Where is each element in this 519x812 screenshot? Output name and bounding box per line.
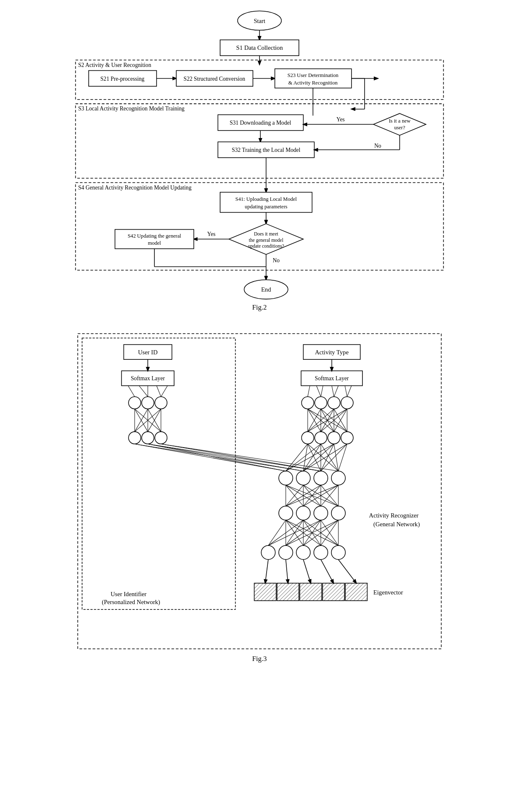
svg-line-151 [338, 444, 347, 471]
svg-rect-201 [345, 583, 367, 601]
svg-point-98 [341, 397, 353, 409]
svg-text:No: No [272, 257, 280, 264]
svg-point-106 [301, 431, 313, 443]
svg-line-187 [268, 520, 321, 546]
svg-rect-198 [277, 583, 299, 601]
svg-line-204 [286, 559, 288, 583]
svg-text:Fig.2: Fig.2 [252, 303, 267, 311]
svg-point-108 [328, 431, 340, 443]
svg-point-153 [296, 506, 310, 520]
svg-text:S1 Data Collection: S1 Data Collection [236, 44, 283, 51]
svg-rect-199 [300, 583, 321, 601]
svg-line-102 [332, 386, 334, 397]
svg-point-129 [331, 471, 345, 485]
svg-text:Yes: Yes [337, 116, 345, 123]
svg-line-105 [347, 386, 351, 397]
svg-point-95 [301, 397, 313, 409]
svg-text:Start: Start [254, 18, 265, 24]
svg-point-154 [314, 506, 328, 520]
svg-rect-197 [254, 583, 276, 601]
svg-text:Does it meet: Does it meet [254, 231, 279, 236]
svg-point-174 [296, 546, 310, 559]
svg-text:update conditions?: update conditions? [248, 243, 284, 249]
svg-point-155 [331, 506, 345, 520]
svg-text:No: No [374, 143, 381, 149]
svg-text:updating parameters: updating parameters [245, 204, 288, 210]
svg-text:& Activity Recognition: & Activity Recognition [288, 80, 338, 86]
svg-point-107 [315, 431, 327, 443]
svg-text:Softmax Layer: Softmax Layer [131, 375, 165, 382]
svg-text:the general model: the general model [249, 238, 283, 243]
svg-line-132 [148, 444, 286, 471]
svg-point-96 [315, 397, 327, 409]
svg-text:model: model [148, 240, 161, 246]
svg-line-104 [345, 386, 347, 397]
svg-line-207 [338, 559, 356, 583]
svg-line-100 [316, 386, 321, 397]
svg-text:S31 Downloading a Model: S31 Downloading a Model [230, 120, 291, 126]
svg-text:User Identifier: User Identifier [110, 591, 146, 597]
svg-line-148 [334, 444, 338, 471]
svg-text:S4 General Activity Recognitio: S4 General Activity Recognition Model Up… [78, 184, 192, 191]
svg-point-176 [331, 546, 345, 559]
svg-text:Eigenvector: Eigenvector [373, 589, 403, 596]
svg-text:(General Network): (General Network) [373, 520, 420, 528]
svg-point-172 [261, 546, 275, 559]
svg-point-128 [314, 471, 328, 485]
svg-text:S22 Structured Conversion: S22 Structured Conversion [184, 76, 245, 82]
svg-text:User ID: User ID [138, 348, 158, 355]
svg-line-136 [161, 444, 339, 471]
svg-text:Is it a new: Is it a new [389, 118, 411, 124]
svg-line-130 [135, 444, 286, 471]
svg-line-103 [334, 386, 338, 397]
svg-line-82 [161, 386, 168, 397]
svg-line-138 [303, 444, 308, 471]
neural-network-svg: User Identifier (Personalized Network) U… [71, 329, 448, 671]
svg-line-206 [321, 559, 334, 583]
svg-text:S3 Local Activity Recognition : S3 Local Activity Recognition Model Trai… [78, 105, 185, 112]
svg-point-75 [128, 397, 141, 409]
svg-point-84 [141, 431, 154, 443]
svg-line-131 [135, 444, 303, 471]
svg-text:Activity Type: Activity Type [315, 348, 348, 355]
svg-point-173 [279, 546, 293, 559]
svg-text:Yes: Yes [207, 231, 216, 237]
svg-text:Softmax Layer: Softmax Layer [315, 375, 349, 382]
svg-line-99 [308, 386, 310, 397]
svg-text:S42 Updating the general: S42 Updating the general [128, 233, 181, 239]
svg-rect-200 [323, 583, 344, 601]
svg-text:Activity Recognizer: Activity Recognizer [369, 512, 419, 519]
svg-text:user?: user? [394, 125, 406, 131]
svg-text:S41: Uploading Local Model: S41: Uploading Local Model [235, 196, 297, 202]
svg-line-78 [128, 386, 135, 397]
svg-line-133 [148, 444, 303, 471]
svg-text:S21 Pre-processing: S21 Pre-processing [100, 76, 145, 82]
svg-point-126 [279, 471, 293, 485]
svg-line-205 [303, 559, 311, 583]
svg-text:S23 User Determination: S23 User Determination [288, 72, 339, 78]
svg-point-175 [314, 546, 328, 559]
svg-line-203 [265, 559, 268, 583]
svg-point-76 [141, 397, 154, 409]
flowchart-svg: Start S1 Data Collection S2 Activity & U… [71, 8, 448, 315]
svg-text:S2 Activity & User Recognition: S2 Activity & User Recognition [78, 62, 152, 68]
svg-text:End: End [261, 286, 271, 293]
svg-line-141 [286, 444, 321, 471]
svg-point-85 [155, 431, 167, 443]
svg-line-177 [268, 520, 286, 546]
svg-point-97 [328, 397, 340, 409]
figure-2: Start S1 Data Collection S2 Activity & U… [71, 8, 448, 317]
svg-text:(Personalized Network): (Personalized Network) [102, 599, 160, 606]
svg-point-152 [279, 506, 293, 520]
svg-line-134 [148, 444, 321, 471]
svg-point-127 [296, 471, 310, 485]
svg-point-109 [341, 431, 353, 443]
svg-line-79 [139, 386, 148, 397]
svg-text:S32 Training the Local Model: S32 Training the Local Model [232, 147, 301, 153]
svg-line-81 [157, 386, 161, 397]
svg-line-101 [321, 386, 323, 397]
svg-point-77 [155, 397, 167, 409]
svg-text:Fig.3: Fig.3 [252, 655, 267, 663]
figure-3: User Identifier (Personalized Network) U… [71, 329, 448, 672]
svg-point-83 [128, 431, 141, 443]
